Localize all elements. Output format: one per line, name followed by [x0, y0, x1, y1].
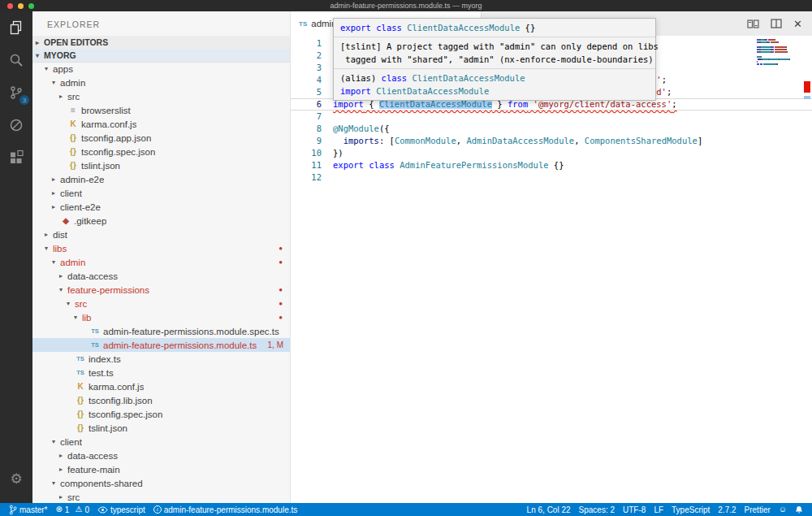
code-area[interactable]: 1import { NgModule } from '@angular/core…	[291, 36, 812, 503]
tree-item-data-access[interactable]: ▸data-access	[32, 269, 290, 283]
chevron-down-icon[interactable]: ▾	[45, 65, 53, 72]
workspace-root-header[interactable]: ▾ MYORG	[32, 49, 290, 62]
language-mode-item[interactable]: TypeScript	[667, 503, 714, 516]
chevron-right-icon[interactable]: ▸	[52, 189, 60, 197]
linter-status-item[interactable]: typescript	[93, 503, 149, 516]
indentation-item[interactable]: Spaces: 2	[575, 503, 619, 516]
tree-item-src[interactable]: ▾src●	[32, 297, 290, 310]
tree-item--gitkeep[interactable]: ◆.gitkeep	[32, 214, 290, 228]
chevron-down-icon[interactable]: ▾	[52, 479, 60, 487]
tree-item-browserslist[interactable]: ≡browserslist	[32, 103, 290, 117]
tree-item-admin[interactable]: ▾admin●	[32, 255, 290, 269]
line-number: 5	[291, 86, 322, 98]
chevron-down-icon[interactable]: ▾	[59, 286, 67, 293]
eye-icon	[97, 506, 108, 514]
tree-item-label: lib	[82, 313, 92, 323]
chevron-right-icon[interactable]: ▸	[59, 93, 67, 100]
feedback-item[interactable]: ☺	[775, 503, 791, 516]
problems-git-badge: 1, M	[268, 340, 290, 349]
tree-item-label: libs	[53, 244, 67, 254]
tree-item-libs[interactable]: ▾libs●	[32, 241, 290, 255]
git-branch-item[interactable]: master*	[5, 503, 51, 516]
tree-item-admin[interactable]: ▾admin	[32, 76, 290, 89]
activity-bar: 3 ⚙	[0, 11, 32, 503]
chevron-right-icon[interactable]: ▸	[45, 231, 53, 238]
activity-explorer-button[interactable]	[0, 11, 32, 44]
code-line-11[interactable]: 11export class AdminFeaturePermissionsMo…	[291, 159, 812, 171]
tree-item-client[interactable]: ▸client	[32, 186, 290, 200]
eol-item[interactable]: LF	[650, 503, 667, 516]
tree-item-test-ts[interactable]: TStest.ts	[32, 366, 290, 379]
tree-item-client[interactable]: ▾client	[32, 435, 290, 449]
tree-item-karma-conf-js[interactable]: Kkarma.conf.js	[32, 379, 290, 393]
tree-item-src[interactable]: ▸src	[32, 490, 290, 503]
tree-item-tsconfig-lib-json[interactable]: {}tsconfig.lib.json	[32, 393, 290, 407]
minimize-window-button[interactable]	[18, 3, 24, 9]
open-editors-header[interactable]: ▸ OPEN EDITORS	[32, 36, 290, 49]
tree-item-data-access[interactable]: ▸data-access	[32, 449, 290, 462]
file-info-label: admin-feature-permissions.module.ts	[164, 505, 298, 514]
activity-debug-button[interactable]	[0, 109, 32, 141]
tree-item-label: admin-feature-permissions.module.ts	[103, 340, 257, 350]
split-editor-icon[interactable]	[771, 19, 782, 28]
settings-gear-button[interactable]: ⚙	[0, 462, 32, 495]
tree-item-tsconfig-app-json[interactable]: {}tsconfig.app.json	[32, 131, 290, 145]
activity-search-button[interactable]	[0, 44, 32, 76]
tree-item-client-e2e[interactable]: ▸client-e2e	[32, 200, 290, 214]
close-window-button[interactable]	[7, 3, 13, 9]
chevron-down-icon[interactable]: ▾	[52, 438, 60, 445]
ts-version-item[interactable]: 2.7.2	[714, 503, 740, 516]
cursor-position-item[interactable]: Ln 6, Col 22	[523, 503, 575, 516]
chevron-down-icon[interactable]: ▾	[67, 300, 75, 307]
tree-item-tsconfig-spec-json[interactable]: {}tsconfig.spec.json	[32, 407, 290, 421]
tree-item-admin-feature-permissions-module-ts[interactable]: TSadmin-feature-permissions.module.ts1, …	[32, 338, 290, 352]
tree-item-index-ts[interactable]: TSindex.ts	[32, 352, 290, 366]
line-number: 9	[291, 135, 322, 147]
zoom-window-button[interactable]	[28, 3, 34, 9]
formatter-item[interactable]: Prettier	[741, 503, 775, 516]
chevron-right-icon[interactable]: ▸	[52, 176, 60, 183]
chevron-right-icon[interactable]: ▸	[59, 466, 67, 473]
tree-item-feature-permissions[interactable]: ▾feature-permissions●	[32, 283, 290, 297]
tree-item-admin-e2e[interactable]: ▸admin-e2e	[32, 172, 290, 186]
minimap[interactable]	[757, 37, 794, 68]
tree-item-tsconfig-spec-json[interactable]: {}tsconfig.spec.json	[32, 145, 290, 158]
cursor-position-label: Ln 6, Col 22	[527, 505, 571, 514]
chevron-down-icon[interactable]: ▾	[52, 79, 60, 86]
tree-item-feature-main[interactable]: ▸feature-main	[32, 462, 290, 476]
close-editor-icon[interactable]: ✕	[793, 18, 802, 30]
status-left: master* ⊗ 1 ⚠ 0 typescript i admin-featu…	[5, 503, 301, 516]
tree-item-dist[interactable]: ▸dist	[32, 228, 290, 241]
chevron-down-icon[interactable]: ▾	[74, 314, 82, 321]
activity-extensions-button[interactable]	[0, 141, 32, 174]
chevron-right-icon[interactable]: ▸	[52, 203, 60, 210]
tree-item-label: browserslist	[81, 106, 131, 115]
open-changes-icon[interactable]	[747, 19, 759, 29]
code-line-12[interactable]: 12	[291, 171, 812, 184]
tree-item-karma-conf-js[interactable]: Kkarma.conf.js	[32, 117, 290, 131]
tree-item-src[interactable]: ▸src	[32, 89, 290, 103]
code-line-7[interactable]: 7	[291, 111, 812, 123]
chevron-right-icon[interactable]: ▸	[59, 493, 67, 501]
encoding-item[interactable]: UTF-8	[619, 503, 650, 516]
file-info-item[interactable]: i admin-feature-permissions.module.ts	[149, 503, 302, 516]
problems-item[interactable]: ⊗ 1 ⚠ 0	[51, 503, 93, 516]
chevron-right-icon[interactable]: ▸	[59, 272, 67, 280]
notifications-item[interactable]	[791, 503, 807, 516]
chevron-down-icon[interactable]: ▾	[45, 245, 53, 252]
tree-item-label: admin	[60, 258, 85, 267]
code-line-9[interactable]: 9 imports: [CommonModule, AdminDataAcces…	[291, 135, 812, 147]
overview-ruler[interactable]	[802, 36, 812, 503]
code-line-8[interactable]: 8@NgModule({	[291, 123, 812, 135]
code-line-10[interactable]: 10})	[291, 147, 812, 159]
chevron-down-icon[interactable]: ▾	[52, 258, 60, 266]
tree-item-admin-feature-permissions-module-spec-ts[interactable]: TSadmin-feature-permissions.module.spec.…	[32, 324, 290, 338]
tree-item-lib[interactable]: ▾lib●	[32, 310, 290, 324]
tree-item-apps[interactable]: ▾apps	[32, 62, 290, 76]
activity-source-control-button[interactable]: 3	[0, 76, 32, 109]
error-dot-icon: ●	[279, 286, 290, 293]
tree-item-tslint-json[interactable]: {}tslint.json	[32, 158, 290, 172]
chevron-right-icon[interactable]: ▸	[59, 452, 67, 459]
tree-item-components-shared[interactable]: ▾components-shared	[32, 476, 290, 490]
tree-item-tslint-json[interactable]: {}tslint.json	[32, 421, 290, 435]
